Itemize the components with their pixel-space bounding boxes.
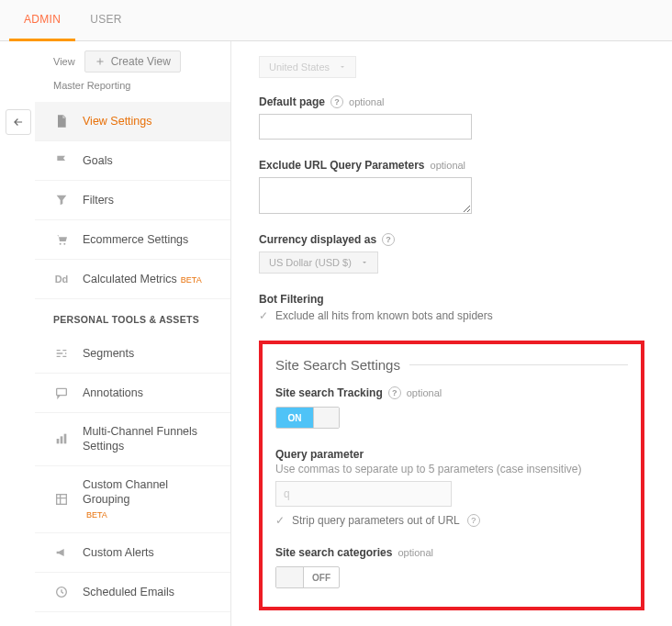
help-icon[interactable]: ?	[467, 514, 480, 527]
megaphone-icon	[53, 544, 70, 561]
top-tabs: ADMIN USER	[0, 0, 672, 41]
funnel-icon	[53, 192, 70, 208]
strip-params-label: Strip query parameters out of URL	[292, 514, 460, 527]
tab-admin[interactable]: ADMIN	[9, 0, 75, 41]
nav-label: View Settings	[83, 114, 216, 129]
query-parameter-input[interactable]	[275, 481, 452, 507]
create-view-label: Create View	[111, 55, 171, 68]
cart-icon	[53, 231, 70, 248]
tab-user[interactable]: USER	[75, 0, 137, 40]
query-parameter-label: Query parameter	[275, 448, 364, 461]
currency-label: Currency displayed as ?	[259, 233, 395, 246]
nav-filters[interactable]: Filters	[35, 181, 230, 220]
check-icon[interactable]: ✓	[275, 514, 285, 527]
nav-segments[interactable]: Segments	[35, 334, 230, 374]
plus-icon	[95, 56, 106, 67]
nav-label: Goals	[83, 153, 216, 168]
country-select[interactable]: United States	[259, 56, 356, 78]
query-parameter-hint: Use commas to separate up to 5 parameter…	[275, 463, 628, 475]
svg-point-1	[63, 243, 65, 245]
nav-scheduled-emails[interactable]: Scheduled Emails	[35, 573, 230, 612]
svg-rect-3	[57, 439, 60, 443]
section-personal-tools: PERSONAL TOOLS & ASSETS	[35, 299, 230, 334]
check-icon[interactable]: ✓	[259, 309, 268, 322]
flag-icon	[53, 152, 70, 169]
chevron-down-icon	[361, 259, 368, 266]
default-page-input[interactable]	[259, 114, 472, 140]
svg-rect-2	[57, 388, 67, 395]
default-page-label: Default page ? optional	[259, 95, 385, 108]
site-search-categories-label: Site search categories optional	[275, 546, 433, 559]
site-search-tracking-label: Site search Tracking ? optional	[275, 386, 442, 399]
document-icon	[53, 113, 70, 129]
svg-rect-6	[57, 495, 67, 505]
beta-badge: BETA	[86, 510, 107, 520]
create-view-button[interactable]: Create View	[84, 50, 181, 73]
nav-view-settings[interactable]: View Settings	[35, 102, 230, 141]
chevron-down-icon	[339, 63, 346, 71]
nav-ecommerce-settings[interactable]: Ecommerce Settings	[35, 220, 230, 260]
nav-goals[interactable]: Goals	[35, 141, 230, 181]
nav-annotations[interactable]: Annotations	[35, 374, 230, 413]
nav-label: Ecommerce Settings	[83, 232, 216, 247]
exclude-params-input[interactable]	[259, 177, 472, 214]
nav-label: Scheduled Emails	[83, 585, 216, 599]
nav-multichannel-funnels[interactable]: Multi-Channel Funnels Settings	[35, 413, 230, 466]
segments-icon	[53, 345, 70, 362]
bars-icon	[53, 430, 70, 447]
toggle-off-label: OFF	[304, 567, 339, 587]
help-icon[interactable]: ?	[330, 95, 343, 108]
nav-custom-channel-grouping[interactable]: Custom Channel GroupingBETA	[35, 466, 230, 534]
svg-rect-5	[64, 434, 67, 444]
nav-calculated-metrics[interactable]: Dd Calculated MetricsBETA	[35, 260, 230, 299]
exclude-params-label: Exclude URL Query Parameters optional	[259, 159, 465, 172]
nav-label: Annotations	[83, 386, 216, 400]
site-search-tracking-toggle[interactable]: ON	[275, 407, 340, 429]
grouping-icon	[53, 491, 70, 508]
nav-label: Custom Channel GroupingBETA	[83, 477, 216, 522]
help-icon[interactable]: ?	[388, 386, 401, 399]
site-search-highlight: Site Search Settings Site search Trackin…	[259, 341, 644, 610]
help-icon[interactable]: ?	[382, 233, 395, 246]
arrow-left-icon	[12, 116, 25, 129]
bot-checkbox-label: Exclude all hits from known bots and spi…	[275, 309, 493, 322]
dd-icon: Dd	[53, 271, 70, 287]
beta-badge: BETA	[181, 275, 202, 285]
svg-rect-4	[61, 437, 63, 444]
nav-label: Segments	[83, 346, 216, 361]
nav-saved-reports[interactable]: Saved Reports	[35, 612, 230, 626]
country-selected: United States	[269, 61, 330, 73]
content-panel: United States Default page ? optional Ex…	[231, 41, 672, 626]
nav-label: Calculated MetricsBETA	[83, 272, 216, 286]
currency-selected: US Dollar (USD $)	[269, 257, 352, 268]
nav-label: Custom Alerts	[83, 545, 216, 560]
nav-label: Filters	[83, 193, 216, 207]
sidebar: View Create View Master Reporting View S…	[35, 41, 231, 626]
toggle-on-label: ON	[276, 408, 313, 428]
site-search-title: Site Search Settings	[275, 357, 628, 373]
svg-point-0	[60, 243, 62, 245]
master-reporting-label: Master Reporting	[35, 80, 230, 102]
clock-icon	[53, 584, 70, 600]
nav-custom-alerts[interactable]: Custom Alerts	[35, 533, 230, 573]
back-button[interactable]	[6, 109, 31, 135]
view-label: View	[53, 56, 75, 67]
bot-filtering-label: Bot Filtering	[259, 293, 324, 306]
site-search-categories-toggle[interactable]: OFF	[275, 566, 340, 588]
chat-icon	[53, 385, 70, 401]
nav-label: Multi-Channel Funnels Settings	[83, 424, 216, 454]
currency-select[interactable]: US Dollar (USD $)	[259, 252, 378, 274]
